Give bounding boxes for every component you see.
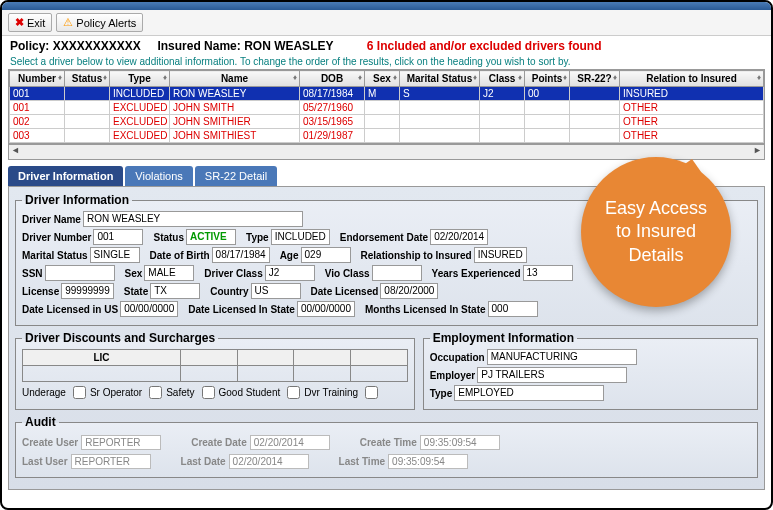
policy-number: XXXXXXXXXXX (53, 39, 141, 53)
driver-number-field[interactable]: 001 (93, 229, 143, 245)
country-field[interactable]: US (251, 283, 301, 299)
table-row[interactable]: 001INCLUDEDRON WEASLEY08/17/1984MSJ200IN… (10, 87, 764, 101)
audit-fieldset: Audit Create UserREPORTER Create Date02/… (15, 415, 758, 478)
drivers-found-msg: 6 Included and/or excluded drivers found (367, 39, 602, 53)
vio-class-field[interactable] (372, 265, 422, 281)
surcharge-col-lic[interactable]: LIC (23, 350, 181, 366)
license-field[interactable]: 99999999 (61, 283, 114, 299)
date-licensed-state-field[interactable]: 00/00/0000 (297, 301, 355, 317)
ssn-field[interactable] (45, 265, 115, 281)
employment-type-field[interactable]: EMPLOYED (454, 385, 604, 401)
create-time-field: 09:35:09:54 (420, 435, 500, 450)
driver-type-field[interactable]: INCLUDED (271, 229, 330, 245)
date-licensed-field[interactable]: 08/20/2000 (380, 283, 438, 299)
check-label: Safety (166, 387, 194, 398)
col-sex[interactable]: Sex (365, 71, 400, 87)
sex-field[interactable]: MALE (144, 265, 194, 281)
create-date-field: 02/20/2014 (250, 435, 330, 450)
discount-checks: UnderageSr OperatorSafetyGood StudentDvr… (22, 386, 408, 399)
check-label: Underage (22, 387, 66, 398)
employer-field[interactable]: PJ TRAILERS (477, 367, 627, 383)
col-marital-status[interactable]: Marital Status (400, 71, 480, 87)
grid-hint: Select a driver below to view additional… (2, 56, 771, 69)
driver-name-field[interactable]: RON WEASLEY (83, 211, 303, 227)
driver-info-legend: Driver Information (22, 193, 132, 207)
months-licensed-state-field[interactable]: 000 (488, 301, 538, 317)
col-relation-to-insured[interactable]: Relation to Insured (620, 71, 764, 87)
insured-label: Insured Name: (157, 39, 240, 53)
col-number[interactable]: Number (10, 71, 65, 87)
driver-status-field[interactable]: ACTIVE (186, 229, 236, 245)
employment-legend: Employment Information (430, 331, 577, 345)
endorsement-date-field[interactable]: 02/20/2014 (430, 229, 488, 245)
table-row[interactable]: 001EXCLUDEDJOHN SMITH05/27/1960OTHER (10, 101, 764, 115)
check-good-student[interactable] (287, 386, 300, 399)
alerts-label: Policy Alerts (76, 17, 136, 29)
relationship-field[interactable]: INSURED (474, 247, 527, 263)
dob-field[interactable]: 08/17/1984 (212, 247, 270, 263)
col-class[interactable]: Class (480, 71, 525, 87)
age-field[interactable]: 029 (301, 247, 351, 263)
last-time-field: 09:35:09:54 (388, 454, 468, 469)
tab-driver-information[interactable]: Driver Information (8, 166, 123, 186)
policy-header: Policy: XXXXXXXXXXX Insured Name: RON WE… (2, 36, 771, 56)
col-points[interactable]: Points (525, 71, 570, 87)
date-licensed-us-field[interactable]: 00/00/0000 (120, 301, 178, 317)
marital-status-field[interactable]: SINGLE (90, 247, 140, 263)
years-exp-field[interactable]: 13 (523, 265, 573, 281)
callout-text: Easy Access to Insured Details (596, 197, 716, 267)
col-name[interactable]: Name (170, 71, 300, 87)
callout-bubble: Easy Access to Insured Details (581, 157, 731, 307)
occupation-field[interactable]: MANUFACTURING (487, 349, 637, 365)
check-safety[interactable] (202, 386, 215, 399)
col-dob[interactable]: DOB (300, 71, 365, 87)
driver-class-field[interactable]: J2 (265, 265, 315, 281)
warning-icon: ⚠ (63, 16, 73, 29)
toolbar: ✖Exit ⚠Policy Alerts (2, 10, 771, 36)
exit-button[interactable]: ✖Exit (8, 13, 52, 32)
col-sr-22-[interactable]: SR-22? (570, 71, 620, 87)
tab-sr-22-detail[interactable]: SR-22 Detail (195, 166, 277, 186)
col-type[interactable]: Type (110, 71, 170, 87)
window-titlebar (2, 2, 771, 10)
check-sr-operator[interactable] (149, 386, 162, 399)
policy-alerts-button[interactable]: ⚠Policy Alerts (56, 13, 143, 32)
state-field[interactable]: TX (150, 283, 200, 299)
check-dvr-training[interactable] (365, 386, 378, 399)
surcharges-table: LIC (22, 349, 408, 382)
check-label: Dvr Training (304, 387, 358, 398)
tab-violations[interactable]: Violations (125, 166, 193, 186)
exit-icon: ✖ (15, 16, 24, 29)
check-label: Good Student (219, 387, 281, 398)
check-label: Sr Operator (90, 387, 142, 398)
surcharges-legend: Driver Discounts and Surcharges (22, 331, 218, 345)
policy-label: Policy: (10, 39, 49, 53)
last-date-field: 02/20/2014 (229, 454, 309, 469)
audit-legend: Audit (22, 415, 59, 429)
last-user-field: REPORTER (71, 454, 151, 469)
surcharges-fieldset: Driver Discounts and Surcharges LIC Unde… (15, 331, 415, 410)
exit-label: Exit (27, 17, 45, 29)
col-status[interactable]: Status (65, 71, 110, 87)
grid-header-row: NumberStatusTypeNameDOBSexMarital Status… (10, 71, 764, 87)
employment-fieldset: Employment Information OccupationMANUFAC… (423, 331, 758, 410)
insured-name: RON WEASLEY (244, 39, 333, 53)
drivers-grid[interactable]: NumberStatusTypeNameDOBSexMarital Status… (8, 69, 765, 144)
table-row[interactable]: 003EXCLUDEDJOHN SMITHIEST01/29/1987OTHER (10, 129, 764, 143)
check-underage[interactable] (73, 386, 86, 399)
table-row[interactable]: 002EXCLUDEDJOHN SMITHIER03/15/1965OTHER (10, 115, 764, 129)
create-user-field: REPORTER (81, 435, 161, 450)
